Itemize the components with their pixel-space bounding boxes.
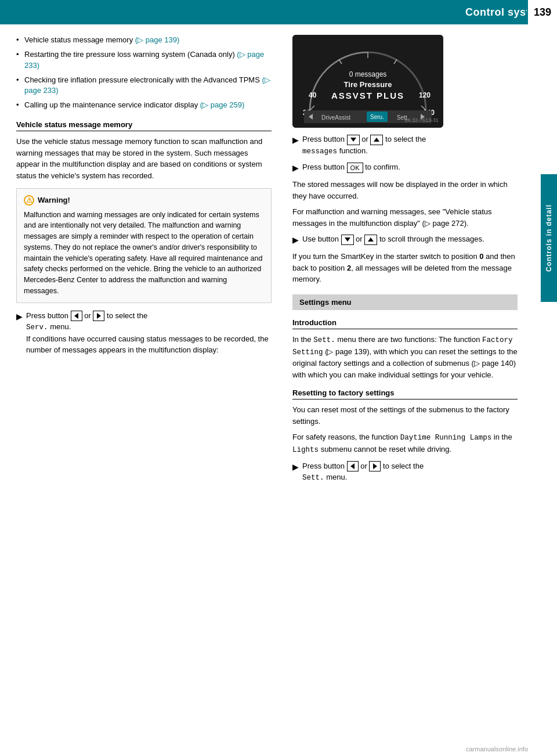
right-arrow-icon	[97, 313, 101, 319]
daytime-mono: Daytime Running Lamps	[400, 434, 492, 442]
instruction-2: ▶ Press button or to select the messages…	[292, 134, 518, 157]
image-caption: 64.32-7613-31	[404, 117, 439, 123]
ok-button[interactable]: OK	[347, 163, 363, 173]
left-button[interactable]	[71, 311, 82, 321]
up-button[interactable]	[370, 135, 383, 145]
intro-body: In the Sett. menu there are two function…	[292, 334, 518, 381]
instruction-3-text: Press button OK to confirm.	[302, 161, 518, 173]
list-item-text: Restarting the tire pressure loss warnin…	[24, 50, 237, 59]
smartkey-body: If you turn the SmartKey in the starter …	[292, 251, 518, 285]
list-item-text: Vehicle status message memory	[24, 35, 135, 44]
left-column: Vehicle status message memory (▷ page 13…	[0, 24, 284, 499]
up-arrow-icon-2	[368, 237, 374, 242]
messages-label: messages	[302, 147, 337, 156]
svg-text:40: 40	[309, 91, 317, 99]
list-item-text: Calling up the maintenance service indic…	[24, 100, 200, 109]
warning-label: Warning!	[38, 195, 70, 206]
svg-text:ASSVST PLUS: ASSVST PLUS	[331, 91, 404, 100]
right-column: 20 40 120 140 0 messages Tire Pressure A…	[284, 24, 541, 499]
down-arrow-icon-2	[345, 237, 350, 242]
right-button-2[interactable]	[369, 461, 381, 471]
list-item-link: (▷ page 259)	[200, 100, 245, 109]
instruction-1-text: Press button or to select the Serv. menu…	[26, 310, 272, 356]
list-item: Vehicle status message memory (▷ page 13…	[16, 35, 272, 46]
instruction-4: ▶ Use button or to scroll through the me…	[292, 233, 518, 246]
warning-text: Malfunction and warning messages are onl…	[24, 211, 262, 295]
svg-text:Seru.: Seru.	[370, 114, 384, 120]
warning-box: ⚠ Warning! Malfunction and warning messa…	[16, 188, 272, 303]
gauge-image: 20 40 120 140 0 messages Tire Pressure A…	[292, 35, 443, 128]
list-item: Calling up the maintenance service indic…	[16, 100, 272, 111]
down-arrow-icon	[350, 138, 356, 142]
header-bar: Control system 139	[0, 0, 557, 24]
svg-text:DriveAssist: DriveAssist	[321, 114, 350, 121]
svg-text:0 messages: 0 messages	[349, 70, 387, 78]
svg-text:120: 120	[419, 91, 431, 99]
intro-bullet-list: Vehicle status message memory (▷ page 13…	[16, 35, 272, 111]
instruction-5: ▶ Press button or to select the Sett. me…	[292, 460, 518, 484]
arrow-icon-4: ▶	[292, 234, 299, 246]
settings-menu-label: Settings menu	[299, 298, 352, 307]
arrow-icon-2: ▶	[292, 134, 299, 146]
left-arrow-icon-2	[350, 463, 355, 469]
instruction-2-text: Press button or to select the messages f…	[302, 134, 518, 157]
down-button-2[interactable]	[341, 235, 354, 245]
instruction-5-text: Press button or to select the Sett. menu…	[302, 460, 518, 484]
watermark: carmanualsonline.info	[466, 746, 528, 753]
list-item-text: Checking tire inflation pressure electro…	[24, 75, 262, 84]
malfunction-body: For malfunction and warning messages, se…	[292, 206, 518, 229]
up-arrow-icon	[374, 138, 379, 142]
serv-menu-label: Serv.	[26, 323, 48, 332]
side-tab: Controls in detail	[541, 174, 557, 302]
arrow-icon-1: ▶	[16, 311, 23, 323]
list-item: Checking tire inflation pressure electro…	[16, 75, 272, 97]
gauge-svg: 20 40 120 140 0 messages Tire Pressure A…	[292, 35, 443, 128]
page-number: 139	[527, 0, 557, 24]
list-item-link: (▷ page 139)	[135, 35, 180, 44]
lights-mono: Lights	[292, 446, 319, 454]
factory-body1: You can reset most of the settings of th…	[292, 404, 518, 427]
instruction-1: ▶ Press button or to select the Serv. me…	[16, 310, 272, 356]
right-arrow-icon-2	[373, 463, 377, 469]
arrow-icon-3: ▶	[292, 162, 299, 174]
side-tab-label: Controls in detail	[545, 204, 553, 272]
instruction-3: ▶ Press button OK to confirm.	[292, 161, 518, 174]
up-button-2[interactable]	[364, 235, 377, 245]
resetting-heading: Resetting to factory settings	[292, 388, 518, 399]
main-content: Vehicle status message memory (▷ page 13…	[0, 24, 557, 499]
vehicle-status-heading: Vehicle status message memory	[16, 120, 272, 131]
svg-text:Tire Pressure: Tire Pressure	[344, 80, 392, 89]
warning-title: ⚠ Warning!	[24, 195, 264, 206]
sett-menu-label: Sett.	[302, 474, 324, 482]
vehicle-status-body: Use the vehicle status message memory fu…	[16, 136, 272, 181]
warning-icon: ⚠	[24, 195, 34, 206]
arrow-icon-5: ▶	[292, 461, 299, 473]
instruction-4-text: Use button or to scroll through the mess…	[302, 233, 518, 245]
factory-body2: For safety reasons, the function Daytime…	[292, 431, 518, 456]
list-item: Restarting the tire pressure loss warnin…	[16, 49, 272, 71]
confirm-body: The stored messages will now be displaye…	[292, 179, 518, 201]
left-button-2[interactable]	[347, 461, 359, 471]
right-button[interactable]	[93, 311, 104, 321]
down-button[interactable]	[347, 135, 360, 145]
left-arrow-icon	[74, 313, 78, 319]
settings-menu-box: Settings menu	[292, 294, 518, 310]
introduction-heading: Introduction	[292, 318, 518, 329]
sett-mono: Sett.	[313, 336, 335, 344]
